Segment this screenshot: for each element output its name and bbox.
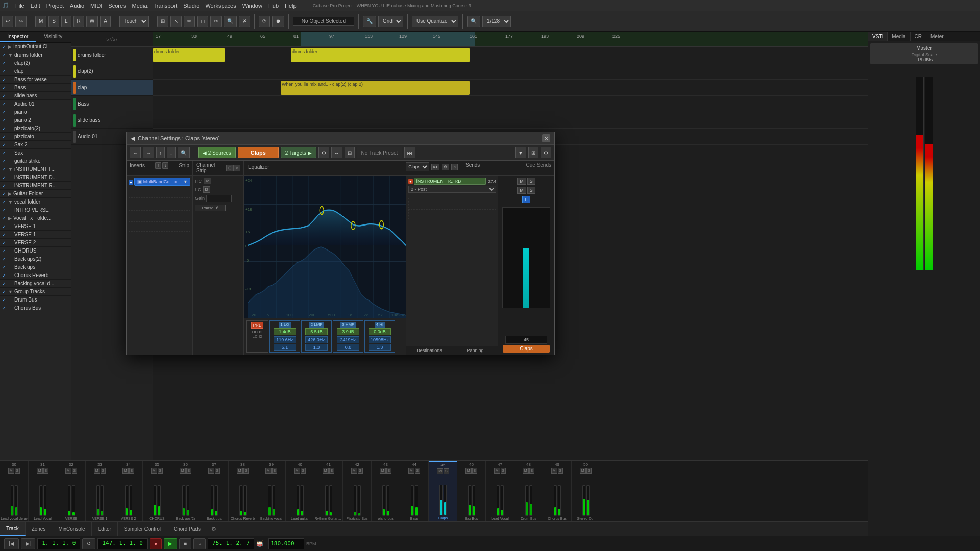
inspector-item-instrument-f[interactable]: ✓ ▼ iNSTRUMENT F... bbox=[0, 165, 71, 173]
mixer-channel-lead-vocal-delay[interactable]: 30 M S Lead vocal delay bbox=[0, 461, 29, 521]
inspector-item-pizzicato[interactable]: ✓ pizzicato bbox=[0, 133, 71, 141]
band2-freq-value[interactable]: 426.0Hz bbox=[305, 336, 328, 343]
mixer-m-btn[interactable]: M bbox=[437, 468, 443, 474]
mixer-m-btn[interactable]: M bbox=[294, 468, 300, 474]
eq-prev-btn[interactable]: ⏮ bbox=[431, 164, 439, 170]
click-btn[interactable]: ○ bbox=[193, 538, 206, 549]
track-header-drums[interactable]: drums folder bbox=[71, 47, 153, 63]
meter-tab[interactable]: Meter bbox=[926, 32, 948, 41]
band3-q-value[interactable]: 0.8 bbox=[337, 344, 359, 351]
mixer-channel-lead-vocal[interactable]: 47 M S Lead Vocal bbox=[486, 461, 514, 521]
inspector-item-pizzicato2[interactable]: ✓ pizzicato(2) bbox=[0, 124, 71, 133]
menu-window[interactable]: Window bbox=[242, 3, 262, 9]
band4-gain-value[interactable]: 0.0dB bbox=[369, 328, 391, 335]
mixer-s-btn[interactable]: S bbox=[358, 468, 363, 474]
menu-audio[interactable]: Audio bbox=[70, 3, 84, 9]
tempo-input[interactable] bbox=[268, 538, 304, 549]
mixer-m-btn[interactable]: M bbox=[380, 468, 386, 474]
dialog-nav-back[interactable]: ← bbox=[130, 147, 141, 158]
inserts-up-btn[interactable]: ↑ bbox=[155, 162, 161, 169]
menu-edit[interactable]: Edit bbox=[31, 3, 40, 9]
destinations-label[interactable]: Destinations bbox=[406, 346, 452, 355]
media-tab[interactable]: Media bbox=[888, 32, 910, 41]
mixer-s-btn[interactable]: S bbox=[243, 468, 249, 474]
send-instrument-slot[interactable]: iNSTRUMENT R...RB bbox=[414, 178, 486, 185]
channel-strip-settings[interactable]: ○ bbox=[234, 165, 240, 171]
band1-gain-value[interactable]: 1.4dB bbox=[274, 328, 296, 335]
inspector-item-io[interactable]: ✓ ▶ Input/Output Cl bbox=[0, 43, 71, 51]
cue-sends-label[interactable]: Cue Sends bbox=[526, 162, 551, 168]
band2-q-value[interactable]: 1.3 bbox=[305, 344, 328, 351]
mixer-m-btn[interactable]: M bbox=[323, 468, 329, 474]
mixer-m-btn[interactable]: M bbox=[8, 468, 14, 474]
tab-track[interactable]: Track bbox=[0, 522, 26, 536]
mixer-m-btn[interactable]: M bbox=[94, 468, 100, 474]
mixer-channel-verse-1[interactable]: 33 M S VERSE 1 bbox=[86, 461, 114, 521]
band3-freq-value[interactable]: 2419Hz bbox=[337, 336, 359, 343]
sources-button[interactable]: ◀ 2 Sources bbox=[198, 147, 236, 158]
ruler-ticks[interactable]: 17 33 49 65 81 97 113 129 145 161 177 19… bbox=[153, 32, 868, 46]
inspector-item-sax2[interactable]: ✓ Sax 2 bbox=[0, 141, 71, 149]
track-header-bass[interactable]: Bass bbox=[71, 96, 153, 112]
mixer-channel-back-ups[interactable]: 37 M S Back ups bbox=[200, 461, 229, 521]
mixer-channel-backing-vocal[interactable]: 39 M S Backing vocal bbox=[257, 461, 286, 521]
mixer-m-btn[interactable]: M bbox=[37, 468, 43, 474]
eq-compare-btn[interactable]: ⊟ bbox=[345, 147, 355, 158]
band3-button[interactable]: 3 HMF bbox=[340, 322, 356, 328]
mixer-s-btn[interactable]: S bbox=[415, 468, 421, 474]
menu-help[interactable]: Help bbox=[285, 3, 297, 9]
menu-studio[interactable]: Studio bbox=[183, 3, 199, 9]
mixer-s-btn[interactable]: S bbox=[329, 468, 335, 474]
tool-zoom[interactable]: 🔍 bbox=[224, 16, 237, 27]
inspector-item-chorusreverb[interactable]: ✓ Chorus Reverb bbox=[0, 271, 71, 280]
m-button-2[interactable]: M bbox=[517, 187, 526, 194]
tool-scissors[interactable]: ✂ bbox=[210, 16, 222, 27]
track-header-slidebass[interactable]: slide bass bbox=[71, 112, 153, 129]
tab-editor[interactable]: Editor bbox=[92, 522, 118, 536]
inspector-item-piano[interactable]: ✓ piano bbox=[0, 108, 71, 116]
tool-pencil[interactable]: ✏ bbox=[184, 16, 195, 27]
mixer-m-btn[interactable]: M bbox=[65, 468, 71, 474]
mixer-s-btn[interactable]: S bbox=[43, 468, 49, 474]
band3-gain-value[interactable]: 3.9dB bbox=[337, 328, 359, 335]
go-end-btn[interactable]: ▶| bbox=[21, 538, 36, 549]
mixer-s-btn[interactable]: S bbox=[501, 468, 506, 474]
hc-value[interactable]: I2 bbox=[204, 178, 211, 184]
track-header-clap[interactable]: clap bbox=[71, 80, 153, 96]
mode-s[interactable]: S bbox=[48, 16, 59, 27]
mixer-m-btn[interactable]: M bbox=[465, 468, 472, 474]
quantize-select[interactable]: Use Quantize bbox=[412, 16, 458, 27]
undo-button[interactable]: ↩ bbox=[2, 16, 13, 27]
send-slot-2[interactable] bbox=[408, 198, 496, 208]
inspector-item-backingvocal[interactable]: ✓ Backing vocal d... bbox=[0, 280, 71, 288]
mode-a[interactable]: A bbox=[100, 16, 111, 27]
inspector-tab[interactable]: Inspector bbox=[0, 32, 36, 42]
panning-label[interactable]: Panning bbox=[452, 346, 498, 355]
menu-media[interactable]: Media bbox=[132, 3, 148, 9]
grid-select[interactable]: Grid bbox=[378, 16, 403, 27]
note-value-select[interactable]: 1/128 1/64 1/32 1/16 bbox=[482, 16, 511, 27]
tab-settings-icon[interactable]: ⚙ bbox=[211, 525, 216, 532]
inspector-item-bass[interactable]: ✓ Bass bbox=[0, 84, 71, 92]
insert-slot-3[interactable] bbox=[129, 199, 190, 209]
targets-button[interactable]: 2 Targets ▶ bbox=[281, 147, 316, 158]
band1-freq-value[interactable]: 119.6Hz bbox=[274, 336, 296, 343]
mixer-s-btn[interactable]: S bbox=[129, 468, 135, 474]
eq-canvas[interactable]: +24 +18 +6 0 -6 -18 20 50 100 200 500 1k… bbox=[244, 176, 406, 318]
track-block-drums-1[interactable]: drums folder bbox=[153, 48, 225, 62]
mixer-s-btn[interactable]: S bbox=[15, 468, 20, 474]
targets-settings-btn[interactable]: ⚙ bbox=[318, 147, 329, 158]
inspector-item-backups[interactable]: ✓ Back ups bbox=[0, 263, 71, 271]
inspector-item-verse2[interactable]: ✓ VERSE 2 bbox=[0, 239, 71, 247]
track-block-drums-2[interactable]: drums folder bbox=[291, 48, 470, 62]
tool-pointer[interactable]: ↖ bbox=[170, 16, 182, 27]
mixer-s-btn[interactable]: S bbox=[101, 468, 106, 474]
mixer-s-btn[interactable]: S bbox=[215, 468, 220, 474]
mixer-s-btn[interactable]: S bbox=[158, 468, 163, 474]
band2-button[interactable]: 2 LMF bbox=[309, 322, 324, 328]
gain-input[interactable] bbox=[206, 195, 232, 202]
menu-hub[interactable]: Hub bbox=[268, 3, 279, 9]
mixer-channel-chorus-bus[interactable]: 49 M S Chorus Bus bbox=[543, 461, 572, 521]
mode-l[interactable]: L bbox=[61, 16, 71, 27]
insert-settings-btn[interactable]: ▼ bbox=[183, 179, 188, 184]
